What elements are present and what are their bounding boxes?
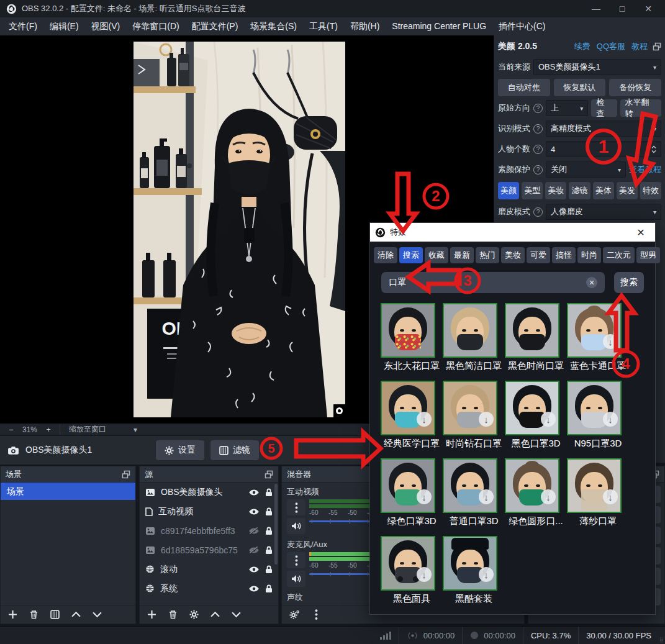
eye-icon[interactable] — [248, 585, 260, 592]
effect-item[interactable]: 黑色简洁口罩 — [443, 303, 505, 381]
dialog-tab[interactable]: 美妆 — [501, 247, 525, 263]
effect-item[interactable]: ↓ 黑色面具 — [381, 536, 443, 614]
zoom-out-button[interactable]: − — [6, 425, 16, 434]
protect-dropdown[interactable]: 关闭▾ — [546, 161, 626, 178]
search-button[interactable]: 搜索 — [614, 272, 644, 293]
settings-button[interactable]: 设置 — [156, 440, 204, 460]
dialog-tab[interactable]: 收藏 — [425, 247, 448, 263]
menu-item[interactable]: 编辑(E) — [43, 17, 85, 35]
recognition-mode-dropdown[interactable]: 高精度模式▾ — [546, 120, 661, 137]
dialog-close-button[interactable]: ✕ — [631, 224, 650, 240]
menu-item[interactable]: 配置文件(P) — [186, 17, 245, 35]
action-button[interactable]: 备份恢复 — [609, 79, 661, 96]
beauty-tab[interactable]: 美发 — [617, 182, 638, 199]
source-list-item[interactable]: 滚动 — [140, 560, 278, 579]
zoom-in-button[interactable]: + — [43, 425, 53, 434]
source-list-item[interactable]: 互动视频 — [140, 502, 278, 521]
effect-item[interactable]: ↓ 薄纱口罩 — [567, 458, 629, 536]
effect-item[interactable]: ↓ N95口罩3D — [567, 381, 629, 458]
download-icon[interactable]: ↓ — [603, 489, 618, 504]
download-icon[interactable]: ↓ — [479, 567, 494, 582]
menu-item[interactable]: 文件(F) — [2, 17, 43, 35]
dialog-tab[interactable]: 热门 — [476, 247, 499, 263]
dialog-tab[interactable]: 搜索 — [399, 247, 423, 263]
dialog-tab[interactable]: 时尚 — [577, 247, 601, 263]
header-link[interactable]: 教程 — [631, 41, 648, 52]
orientation-dropdown[interactable]: 上▾ — [546, 100, 588, 116]
person-count-spinner[interactable]: 4 — [546, 141, 661, 157]
mute-button[interactable] — [287, 624, 305, 624]
effect-item[interactable]: ↓ 绿色圆形口... — [505, 458, 567, 536]
move-source-up-button[interactable] — [210, 611, 220, 618]
fit-to-window-dropdown[interactable]: 缩放至窗口 ▾ — [60, 424, 137, 435]
menu-item[interactable]: 帮助(H) — [344, 17, 386, 35]
beauty-tab[interactable]: 美体 — [593, 182, 614, 199]
help-icon[interactable]: ? — [533, 207, 543, 217]
resize-grip[interactable]: ⣿ — [659, 627, 665, 644]
source-list-item[interactable]: c8917f4ebbfbfe5ff3 — [140, 521, 278, 540]
beauty-tab[interactable]: 特效 — [640, 182, 661, 199]
add-scene-button[interactable] — [8, 610, 17, 619]
effect-item[interactable]: ↓ 黑色口罩3D — [505, 381, 567, 458]
source-properties-button[interactable] — [189, 610, 199, 619]
menu-item[interactable]: Streaming Center PLUG — [386, 17, 492, 35]
effect-item[interactable]: ↓ 绿色口罩3D — [381, 458, 443, 536]
header-link[interactable]: 续费 — [574, 41, 590, 52]
scene-filters-button[interactable] — [50, 610, 60, 619]
dialog-tab[interactable]: 清除 — [374, 247, 397, 263]
download-icon[interactable]: ↓ — [541, 489, 556, 504]
download-icon[interactable]: ↓ — [417, 489, 432, 504]
download-icon[interactable]: ↓ — [479, 412, 494, 427]
dialog-tab[interactable]: 型男 — [636, 247, 660, 263]
search-input[interactable]: 口罩 ✕ — [381, 272, 605, 293]
popout-icon[interactable] — [653, 42, 661, 51]
lock-icon[interactable] — [265, 565, 273, 574]
maximize-button[interactable]: □ — [612, 1, 633, 16]
source-list-item[interactable]: OBS美颜摄像头 — [140, 483, 278, 502]
effect-item[interactable]: ↓ 普通口罩3D — [443, 458, 505, 536]
filters-button[interactable]: 滤镜 — [210, 440, 259, 460]
effect-item[interactable]: ↓ 时尚钻石口罩 — [443, 381, 505, 458]
mixer-menu-button[interactable] — [315, 609, 318, 620]
menu-item[interactable]: 插件中心(C) — [492, 17, 551, 35]
download-icon[interactable]: ↓ — [417, 412, 432, 427]
action-button[interactable]: 自动对焦 — [498, 79, 550, 96]
help-icon[interactable]: ? — [533, 124, 543, 134]
download-icon[interactable]: ↓ — [417, 567, 432, 582]
close-button[interactable]: ✕ — [638, 1, 659, 16]
action-button[interactable]: 恢复默认 — [554, 79, 606, 96]
dialog-tab[interactable]: 搞怪 — [552, 247, 576, 263]
menu-item[interactable]: 停靠窗口(D) — [126, 17, 185, 35]
eye-off-icon[interactable] — [248, 527, 260, 535]
scene-list-item[interactable]: 场景 — [1, 483, 135, 500]
beauty-tab[interactable]: 滤镜 — [569, 182, 590, 199]
channel-menu-button[interactable] — [287, 552, 305, 568]
eye-off-icon[interactable] — [248, 546, 260, 554]
remove-scene-button[interactable] — [29, 610, 38, 619]
remove-source-button[interactable] — [168, 610, 178, 619]
flip-horizontal-button[interactable]: 水平翻转 — [620, 99, 661, 117]
channel-menu-button[interactable] — [287, 499, 305, 515]
download-icon[interactable]: ↓ — [479, 489, 494, 504]
smooth-mode-dropdown[interactable]: 人像磨皮▾ — [546, 204, 661, 220]
source-list-item[interactable]: 系统 — [140, 579, 278, 598]
beauty-tab[interactable]: 美颜 — [498, 182, 519, 199]
header-link[interactable]: QQ客服 — [597, 41, 625, 52]
clear-search-icon[interactable]: ✕ — [586, 277, 597, 288]
mute-button[interactable] — [287, 518, 305, 534]
effect-item[interactable]: 东北大花口罩 — [381, 303, 443, 381]
help-icon[interactable]: ? — [533, 104, 543, 113]
move-scene-up-button[interactable] — [71, 611, 81, 618]
spinner-arrows-icon[interactable] — [651, 145, 656, 154]
download-icon[interactable]: ↓ — [541, 412, 556, 427]
eye-icon[interactable] — [248, 566, 260, 573]
download-icon[interactable]: ↓ — [603, 412, 618, 427]
minimize-button[interactable]: — — [586, 1, 607, 16]
move-scene-down-button[interactable] — [93, 611, 102, 618]
dialog-tab[interactable]: 可爱 — [527, 247, 550, 263]
move-source-down-button[interactable] — [232, 611, 241, 618]
lock-icon[interactable] — [265, 527, 273, 535]
beauty-tab[interactable]: 美型 — [522, 182, 543, 199]
menu-item[interactable]: 工具(T) — [303, 17, 344, 35]
source-list-item[interactable]: 6d18859a5796bc75 — [140, 540, 278, 560]
